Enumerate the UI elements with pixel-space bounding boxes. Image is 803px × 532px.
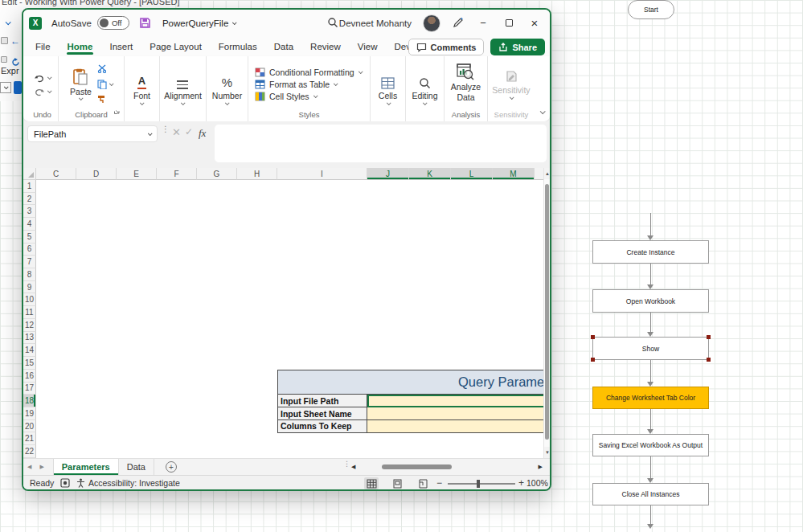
column-header-G[interactable]: G [197,168,237,180]
zoom-in-icon[interactable]: + [518,477,524,489]
tab-view[interactable]: View [357,39,379,55]
chevron-down-icon[interactable] [140,100,145,105]
font-group[interactable]: A Font [125,56,160,121]
row-header-6[interactable]: 6 [23,243,36,256]
flowchart-node-show[interactable]: Show [592,337,709,360]
search-icon[interactable] [327,17,338,30]
redo-button[interactable] [34,88,51,96]
row-header-5[interactable]: 5 [23,231,36,243]
table-row-label[interactable]: Input File Path [277,395,367,407]
row-header-17[interactable]: 17 [23,383,36,395]
table-row-value[interactable] [367,420,543,433]
selection-handle[interactable] [707,358,711,362]
tab-home[interactable]: Home [67,39,94,55]
paste-button[interactable]: Paste [70,67,92,100]
chevron-down-icon[interactable] [181,100,186,105]
page-break-view-button[interactable] [416,477,430,489]
save-icon[interactable] [139,17,151,29]
accessibility-status[interactable]: Accessibility: Investigate [76,478,180,488]
splitter-grip[interactable]: ⋮ [343,462,350,465]
column-header-I[interactable]: I [277,168,367,180]
editing-pen-icon[interactable] [452,16,465,31]
row-header-10[interactable]: 10 [23,293,36,306]
comments-button[interactable]: Comments [408,39,485,55]
row-header-22[interactable]: 22 [23,445,36,458]
row-header-19[interactable]: 19 [23,407,36,420]
toolbar-icon[interactable] [1,37,8,44]
column-header-L[interactable]: L [451,168,493,180]
column-header-H[interactable]: H [237,168,277,180]
flowchart-node-save-workbook[interactable]: Saving Excel Workbook As Output [592,434,709,456]
column-header-J[interactable]: J [367,168,409,180]
flowchart-node-open-workbook[interactable]: Open Workbook [592,289,709,313]
column-header-C[interactable]: C [36,168,76,180]
table-row-label[interactable]: Input Sheet Name [277,407,367,420]
avatar[interactable] [423,14,440,32]
chevron-down-icon[interactable] [47,88,52,93]
editing-group[interactable]: Editing [406,56,445,121]
macro-record-icon[interactable] [60,478,70,489]
scroll-up-icon[interactable]: ▲ [544,168,551,179]
column-header-D[interactable]: D [76,168,117,180]
toolbar-icon[interactable] [1,56,7,63]
row-header-13[interactable]: 13 [23,332,36,345]
format-painter-button[interactable] [97,92,113,107]
chevron-down-icon[interactable] [6,14,10,28]
chevron-down-icon[interactable] [386,100,391,105]
copy-button[interactable] [97,80,113,89]
row-header-12[interactable]: 12 [23,319,36,332]
row-header-15[interactable]: 15 [23,357,36,370]
flowchart-node-close-instances[interactable]: Close All Instances [592,483,709,505]
row-header-4[interactable]: 4 [23,218,36,231]
flowchart-node-start[interactable]: Start [628,0,674,19]
table-row-value[interactable] [367,407,543,420]
close-button[interactable]: × [527,16,542,30]
format-as-table-button[interactable]: Format as Table [255,80,337,89]
conditional-formatting-button[interactable]: Conditional Formatting [255,68,362,77]
selection-handle[interactable] [591,335,595,339]
tab-page-layout[interactable]: Page Layout [149,39,203,55]
selection-handle[interactable] [591,358,595,362]
row-header-7[interactable]: 7 [23,256,36,268]
flowchart-node-create-instance[interactable]: Create Instance [592,240,709,264]
minimize-button[interactable]: − [476,17,490,29]
zoom-slider[interactable] [448,483,515,485]
tab-formulas[interactable]: Formulas [218,39,258,55]
chevron-down-icon[interactable] [47,75,52,80]
tab-file[interactable]: File [35,39,51,55]
primary-button-fragment[interactable] [14,81,22,94]
new-sheet-button[interactable]: + [166,461,177,473]
row-header-20[interactable]: 20 [23,420,36,433]
row-header-1[interactable]: 1 [23,180,36,193]
chevron-down-icon[interactable] [109,81,114,86]
sheet-tab-parameters[interactable]: Parameters [53,459,119,475]
file-name-menu[interactable]: PowerQueryFile [162,18,236,28]
row-header-8[interactable]: 8 [23,268,36,281]
normal-view-button[interactable] [364,477,379,489]
cancel-entry-icon[interactable]: ✕ [172,126,181,138]
name-box[interactable]: FilePath [27,125,158,142]
formula-input[interactable] [215,125,547,162]
row-header-16[interactable]: 16 [23,370,36,383]
sheet-tab-data[interactable]: Data [119,459,154,475]
alignment-group[interactable]: Alignment [160,56,207,121]
column-header-K[interactable]: K [409,168,451,180]
page-layout-view-button[interactable] [390,477,404,489]
select-all-corner[interactable] [23,168,36,180]
cut-button[interactable] [97,62,113,76]
formula-bar-grip[interactable]: ⋮ [162,128,168,132]
flowchart-node-change-tab-color[interactable]: Change Worksheet Tab Color [592,387,709,409]
dropdown-fragment[interactable] [0,82,11,93]
back-arrow-icon[interactable]: ← [10,36,20,46]
chevron-down-icon[interactable] [423,100,428,105]
autosave-toggle[interactable]: Off [97,16,129,30]
zoom-slider-thumb[interactable] [477,480,480,488]
undo-button[interactable] [34,74,51,83]
zoom-out-icon[interactable]: − [436,477,442,489]
chevron-down-icon[interactable] [79,96,84,100]
horizontal-scroll-thumb[interactable] [382,464,452,469]
hscroll-left-icon[interactable]: ◀ [351,464,355,470]
row-header-21[interactable]: 21 [23,432,36,445]
tab-review[interactable]: Review [309,39,342,55]
chevron-down-icon[interactable] [148,131,153,136]
